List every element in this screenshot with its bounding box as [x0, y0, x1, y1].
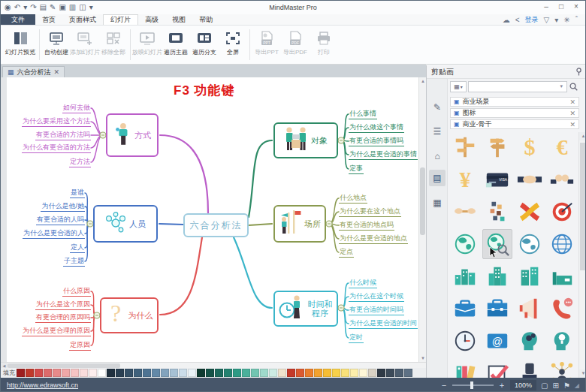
subtopic-label[interactable]: 定时 — [349, 333, 364, 343]
subtopic-什么事情[interactable]: 什么事情 — [349, 105, 418, 116]
color-swatch[interactable] — [224, 369, 232, 377]
close-button[interactable]: × — [569, 1, 584, 13]
color-swatch[interactable] — [125, 369, 133, 377]
color-swatch[interactable] — [98, 369, 106, 377]
central-topic[interactable]: 六合分析法 — [183, 213, 249, 237]
subtopic-label[interactable]: 为什么是更合适的时间 — [349, 319, 418, 329]
color-swatch[interactable] — [233, 369, 241, 377]
phone-chat-icon[interactable] — [547, 294, 577, 324]
subtopic-有更合理的原因吗[interactable]: 有更合理的原因吗 — [7, 309, 91, 319]
share-icon[interactable]: < — [515, 16, 520, 24]
color-swatch[interactable] — [62, 369, 70, 377]
panel-scroll-up-icon[interactable]: ▲ — [579, 132, 586, 140]
subtopic-为什么在这个时候[interactable]: 为什么在这个时候 — [349, 288, 418, 298]
subtopic-有更合适的事情吗[interactable]: 有更合适的事情吗 — [349, 132, 418, 143]
resize-grip[interactable]: ◢ — [575, 382, 579, 389]
color-swatch[interactable] — [350, 369, 358, 377]
file-menu-button[interactable]: 文件 — [1, 14, 35, 25]
menu-tab-高级[interactable]: 高级 — [138, 14, 165, 25]
knot-icon[interactable] — [515, 197, 545, 227]
subtopic-有更合适的人吗[interactable]: 有更合适的人吗 — [7, 211, 85, 222]
color-swatch[interactable] — [215, 369, 223, 377]
office-buildings-icon[interactable] — [515, 261, 545, 291]
category-filter-dropdown[interactable]: ▦▾ — [450, 81, 467, 92]
color-swatch[interactable] — [170, 369, 178, 377]
scrollbar-thumb[interactable] — [420, 167, 425, 235]
color-swatch[interactable] — [278, 369, 286, 377]
ribbon-button-遍历分支[interactable]: 遍历分支 — [190, 28, 219, 62]
briefcase-icon[interactable] — [450, 294, 480, 324]
edrawsoft-link[interactable]: http://www.edrawsoft.cn — [7, 381, 78, 389]
panel-scrollbar-thumb[interactable] — [580, 143, 586, 270]
style-brush-icon[interactable]: ✎ — [429, 99, 446, 116]
zoom-slider[interactable] — [452, 384, 494, 386]
subtopic-定人[interactable]: 定人 — [7, 239, 85, 249]
menu-tab-首页[interactable]: 首页 — [35, 14, 62, 25]
clipart-search-input[interactable] — [468, 81, 567, 92]
branch-node-对象[interactable]: 对象 — [273, 122, 338, 158]
branch-node-为什么[interactable]: ?为什么 — [100, 297, 159, 333]
color-swatch[interactable] — [116, 369, 124, 377]
print-quick-icon[interactable]: ▥ — [69, 2, 76, 14]
color-swatch[interactable] — [251, 369, 259, 377]
minimize-button[interactable]: – — [539, 1, 554, 13]
color-swatch[interactable] — [161, 369, 169, 377]
panel-scrollbar[interactable]: ▲ ▼ — [578, 132, 586, 378]
handshake-icon[interactable] — [515, 164, 545, 194]
category-bar-图标[interactable]: ▣图标✕ — [450, 108, 579, 118]
subtopic-为什么要在这个地点[interactable]: 为什么要在这个地点 — [339, 203, 418, 213]
color-swatch[interactable] — [260, 369, 268, 377]
subtopic-有更合适的方法吗[interactable]: 有更合适的方法吗 — [7, 126, 91, 137]
zoom-slider-knob[interactable] — [470, 381, 473, 389]
color-swatch[interactable] — [179, 369, 187, 377]
ribbon-button-幻灯片预览[interactable]: 幻灯片预览 — [4, 28, 37, 62]
subtopic-label[interactable]: 定点 — [339, 248, 354, 258]
zoom-in-button[interactable]: + — [498, 381, 506, 390]
export-icon[interactable]: ◫ — [79, 2, 86, 14]
undo-icon[interactable]: ↶ — [14, 2, 20, 14]
menu-tab-幻灯片[interactable]: 幻灯片 — [103, 14, 138, 25]
color-swatch[interactable] — [377, 369, 385, 377]
app-logo[interactable]: ◉ — [5, 2, 11, 14]
search-button[interactable] — [567, 81, 579, 92]
canvas-vertical-scrollbar[interactable]: ▲ ▼ — [418, 77, 426, 362]
subtopic-如何去做[interactable]: 如何去做 — [7, 99, 91, 110]
tab-close-icon[interactable]: ✕ — [54, 68, 60, 76]
euro-icon[interactable]: € — [547, 132, 577, 162]
clock-icon[interactable] — [450, 326, 480, 356]
subtopic-为什么做这个事情[interactable]: 为什么做这个事情 — [349, 119, 418, 129]
subtopic-为什么要采用这个方法[interactable]: 为什么要采用这个方法 — [7, 113, 91, 123]
color-swatch[interactable] — [341, 369, 349, 377]
subtopic-定点[interactable]: 定点 — [339, 243, 418, 254]
color-swatch[interactable] — [332, 369, 340, 377]
community-icon[interactable]: ✳ — [563, 16, 569, 24]
signpost-arrows-icon[interactable] — [482, 132, 512, 162]
document-tab[interactable]: ▦ 六合分析法 ✕ — [2, 66, 65, 77]
skin-icon[interactable]: ▽ — [544, 16, 550, 24]
megaphone-icon[interactable] — [515, 294, 545, 324]
checkmark-icon[interactable] — [482, 358, 512, 378]
subtopic-label[interactable]: 为什么是更合适的人 — [23, 229, 85, 239]
chair-icon[interactable] — [515, 358, 545, 378]
color-swatch[interactable] — [197, 369, 205, 377]
color-swatch[interactable] — [386, 369, 394, 377]
subtopic-label[interactable]: 为什么是更合适的事情 — [349, 150, 418, 160]
menu-tab-页面样式[interactable]: 页面样式 — [62, 14, 103, 25]
cheers-icon[interactable] — [547, 164, 577, 194]
category-close-icon[interactable]: ✕ — [569, 98, 575, 106]
signpost-icon[interactable] — [450, 132, 480, 162]
yen-icon[interactable]: ¥ — [450, 164, 480, 194]
panel-scroll-down-icon[interactable]: ▼ — [579, 369, 586, 378]
color-swatch[interactable] — [359, 369, 367, 377]
subtopic-有更合适的时间吗[interactable]: 有更合适的时间吗 — [349, 301, 418, 312]
tug-of-war-icon[interactable] — [450, 197, 480, 227]
find-icon[interactable]: ⚑ — [563, 381, 570, 390]
color-swatch[interactable] — [314, 369, 322, 377]
target-icon[interactable] — [547, 197, 577, 227]
branch-node-方式[interactable]: 方式 — [106, 113, 159, 157]
more-icon[interactable]: ▾ — [89, 2, 93, 14]
subtopic-为什么是更合理的原因[interactable]: 为什么是更合理的原因 — [7, 322, 91, 333]
subtopic-定原因[interactable]: 定原因 — [7, 336, 91, 347]
undo-menu-icon[interactable]: ▾ — [23, 2, 27, 14]
skin-menu-icon[interactable]: ▾ — [554, 16, 558, 24]
